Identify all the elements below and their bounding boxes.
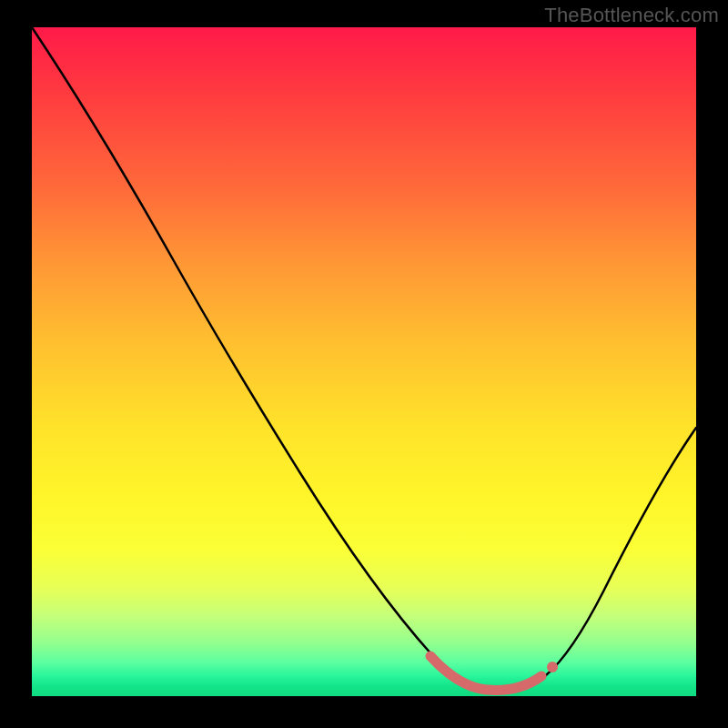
- optimal-range-highlight: [430, 656, 541, 690]
- curve-svg: [32, 27, 696, 696]
- bottleneck-curve: [32, 27, 696, 690]
- chart-frame: TheBottleneck.com: [0, 0, 728, 728]
- watermark-text: TheBottleneck.com: [544, 4, 719, 27]
- plot-area: [32, 27, 696, 696]
- highlight-end-dot: [547, 662, 558, 672]
